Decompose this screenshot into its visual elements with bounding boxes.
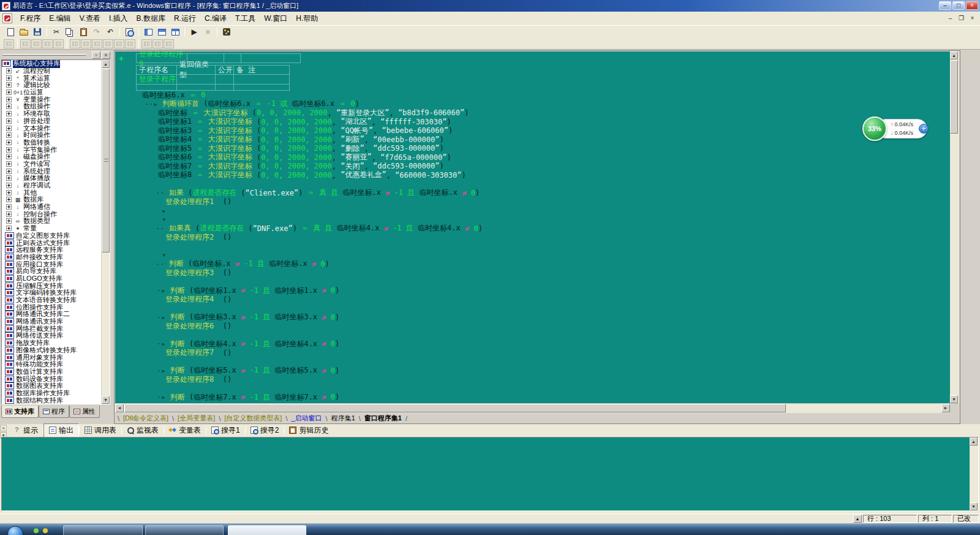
editor-vertical-scrollbar[interactable]: ▲ ▼ bbox=[950, 51, 959, 403]
code-line[interactable]: ·▸ 判断 (临时坐标3.x ≠ -1 且 临时坐标3.x ≠ 0) bbox=[134, 313, 950, 322]
tree-item[interactable]: ↓系统处理 bbox=[2, 167, 110, 175]
output-tab-搜寻2[interactable]: 搜寻2 bbox=[246, 424, 284, 437]
menu-V.查看[interactable]: V.查看 bbox=[75, 12, 105, 26]
scroll-up-icon[interactable]: ▲ bbox=[970, 438, 978, 446]
panel-close-button[interactable]: × bbox=[102, 51, 110, 59]
tree-item[interactable]: ↓控制台操作 bbox=[2, 210, 110, 218]
code-line[interactable]: ·· 判断 (临时坐标.x ≠ -1 且 临时坐标.x ≠ 0) bbox=[134, 260, 950, 269]
code-line[interactable]: 登录处理程序7 () bbox=[134, 349, 950, 358]
paste-icon[interactable] bbox=[77, 26, 90, 37]
output-tab-调用表[interactable]: 调用表 bbox=[80, 424, 121, 437]
code-line[interactable] bbox=[134, 242, 950, 251]
expand-plus-icon[interactable] bbox=[6, 197, 12, 202]
output-close-icon[interactable]: × bbox=[0, 425, 7, 431]
code-line[interactable]: ·▸ 判断 (临时坐标4.x ≠ -1 且 临时坐标4.x ≠ 0) bbox=[134, 340, 950, 349]
mdi-close-button[interactable]: × bbox=[967, 13, 978, 23]
compile-icon[interactable] bbox=[220, 26, 233, 37]
code-line[interactable]: ▾ bbox=[134, 215, 950, 224]
code-line[interactable]: 临时坐标6 ＝ 大漠识字坐标 (0, 0, 2000, 2000, “赛丽亚”,… bbox=[134, 153, 950, 162]
editor-tab-程序集1[interactable]: 程序集1 bbox=[328, 414, 359, 423]
code-line[interactable]: ·▸ 判断 (临时坐标1.x ≠ -1 且 临时坐标1.x ≠ 0) bbox=[134, 286, 950, 295]
panel-tab-属性[interactable]: 属性 bbox=[69, 406, 100, 418]
new-file-icon[interactable] bbox=[4, 26, 17, 37]
expand-plus-icon[interactable] bbox=[6, 190, 12, 195]
net-monitor-widget[interactable]: 33% ↑0.04K/s ↓0.04K/s + bbox=[862, 116, 927, 141]
expand-plus-icon[interactable] bbox=[6, 204, 12, 210]
find-icon[interactable] bbox=[123, 26, 136, 37]
output-content[interactable] bbox=[1, 437, 979, 511]
output-tab-输出[interactable]: 输出 bbox=[43, 423, 79, 438]
split-grid-icon[interactable] bbox=[168, 26, 182, 37]
scroll-right-icon[interactable]: ► bbox=[941, 404, 950, 412]
fold-toggle-icon[interactable]: + bbox=[119, 54, 124, 63]
tree-item[interactable]: ↓文件读写 bbox=[2, 161, 110, 168]
tree-item[interactable]: ↓时间操作 bbox=[2, 132, 110, 139]
code-line[interactable]: ··▸ 判断循环首 (临时坐标6.x ＝ -1 或 临时坐标6.x ＝ 0) bbox=[134, 100, 950, 109]
taskbar-button[interactable] bbox=[145, 525, 224, 535]
memory-percent-ball[interactable]: 33% bbox=[862, 116, 887, 141]
expand-plus-icon[interactable] bbox=[6, 68, 12, 74]
status-expand-icon[interactable]: ▲ bbox=[853, 515, 862, 523]
widget-plus-button[interactable]: + bbox=[919, 124, 929, 134]
output-tab-提示[interactable]: 提示 bbox=[9, 424, 43, 437]
code-line[interactable]: ·▸ 判断 (临时坐标7.x ≠ -1 且 临时坐标7.x ≠ 0) bbox=[134, 393, 950, 402]
menu-T.工具[interactable]: T.工具 bbox=[231, 12, 260, 26]
expand-plus-icon[interactable] bbox=[6, 75, 12, 81]
tree-item[interactable]: ↙流程控制 bbox=[2, 67, 110, 75]
menu-W.窗口[interactable]: W.窗口 bbox=[260, 12, 292, 26]
expand-plus-icon[interactable] bbox=[6, 89, 12, 95]
expand-plus-icon[interactable] bbox=[6, 161, 12, 167]
expand-plus-icon[interactable] bbox=[6, 104, 12, 109]
taskbar-button-active[interactable] bbox=[228, 525, 306, 535]
start-orb-icon[interactable] bbox=[7, 526, 23, 535]
run-icon[interactable]: ▶ bbox=[187, 26, 201, 37]
expand-plus-icon[interactable] bbox=[6, 140, 12, 145]
split-vertical-icon[interactable] bbox=[141, 26, 155, 37]
split-horizontal-icon[interactable] bbox=[155, 26, 168, 37]
output-tab-监视表[interactable]: 监视表 bbox=[122, 424, 164, 437]
tree-item[interactable]: ▦数据库 bbox=[2, 196, 110, 203]
menu-F.程序[interactable]: F.程序 bbox=[16, 12, 45, 26]
expand-plus-icon[interactable] bbox=[6, 211, 12, 217]
scroll-left-icon[interactable]: ◄ bbox=[115, 404, 124, 412]
editor-hscroll-thumb[interactable] bbox=[124, 404, 786, 412]
menu-H.帮助[interactable]: H.帮助 bbox=[292, 12, 322, 26]
code-line[interactable]: ·· 如果 (进程是否存在 (“Client.exe”) ＝ 真 且 临时坐标.… bbox=[134, 189, 950, 198]
expand-plus-icon[interactable] bbox=[6, 118, 12, 124]
mdi-minimize-button[interactable]: – bbox=[945, 13, 956, 23]
expand-plus-icon[interactable] bbox=[6, 218, 12, 224]
editor-tab-窗口程序集1[interactable]: 窗口程序集1 bbox=[361, 414, 405, 423]
copy-icon[interactable] bbox=[63, 26, 77, 37]
scroll-down-icon[interactable]: ▼ bbox=[102, 396, 110, 404]
output-tab-搜寻1[interactable]: 搜寻1 bbox=[206, 424, 245, 437]
title-bar[interactable]: 易语言 - E:\工作区\登录\登录买卖假紫.e - Windows窗口程序 -… bbox=[0, 0, 980, 12]
expand-plus-icon[interactable] bbox=[6, 111, 12, 116]
editor-tab-[Dll命令定义表][interactable]: [Dll命令定义表] bbox=[119, 414, 172, 423]
tree-item[interactable]: ∨变量操作 bbox=[2, 96, 110, 103]
panel-tab-支持库[interactable]: 支持库 bbox=[1, 406, 39, 418]
subroutine-table[interactable]: 子程序名 返回值类型 公开 备 注 登录子程序 bbox=[136, 65, 290, 91]
menu-E.编辑[interactable]: E.编辑 bbox=[45, 12, 75, 26]
tree-scroll-thumb[interactable] bbox=[102, 69, 110, 252]
code-line[interactable]: 临时坐标7 ＝ 大漠识字坐标 (0, 0, 2000, 2000, “关闭”, … bbox=[134, 162, 950, 171]
tree-item[interactable]: ↓程序调试 bbox=[2, 182, 110, 189]
scroll-down-icon[interactable]: ▼ bbox=[950, 395, 958, 403]
code-line[interactable]: 登录处理程序1 () bbox=[134, 197, 950, 207]
panel-float-button[interactable]: ▫ bbox=[92, 51, 100, 59]
tree-item[interactable]: ↓其他 bbox=[2, 189, 110, 196]
code-line[interactable]: ·· 如果真 (进程是否存在 (“DNF.exe”) ＝ 真 且 临时坐标4.x… bbox=[134, 224, 950, 233]
tree-item[interactable]: ?逻辑比较 bbox=[2, 82, 110, 89]
code-line[interactable]: 临时坐标4 ＝ 大漠识字坐标 (0, 0, 2000, 2000, “刷新”, … bbox=[134, 135, 950, 145]
code-area[interactable]: + 登录处理程序9 子程序名 返回值类型 公开 备 注 登录子程序 bbox=[115, 51, 950, 403]
mdi-restore-button[interactable]: ❐ bbox=[956, 13, 967, 23]
expand-plus-icon[interactable] bbox=[6, 97, 12, 102]
editor-tab-[自定义数据类型表][interactable]: [自定义数据类型表] bbox=[221, 414, 285, 423]
maximize-button[interactable]: □ bbox=[952, 1, 965, 10]
menu-C.编译[interactable]: C.编译 bbox=[200, 12, 231, 26]
editor-vscroll-thumb[interactable] bbox=[950, 60, 958, 134]
output-tab-剪辑历史[interactable]: 剪辑历史 bbox=[284, 424, 333, 437]
expand-plus-icon[interactable] bbox=[6, 175, 12, 181]
expand-plus-icon[interactable] bbox=[6, 132, 12, 138]
code-line[interactable]: 临时坐标 ＝ 大漠识字坐标 (0, 0, 2000, 2000, “重新登录大区… bbox=[134, 108, 950, 118]
tree-item[interactable]: ↓文本操作 bbox=[2, 124, 110, 132]
